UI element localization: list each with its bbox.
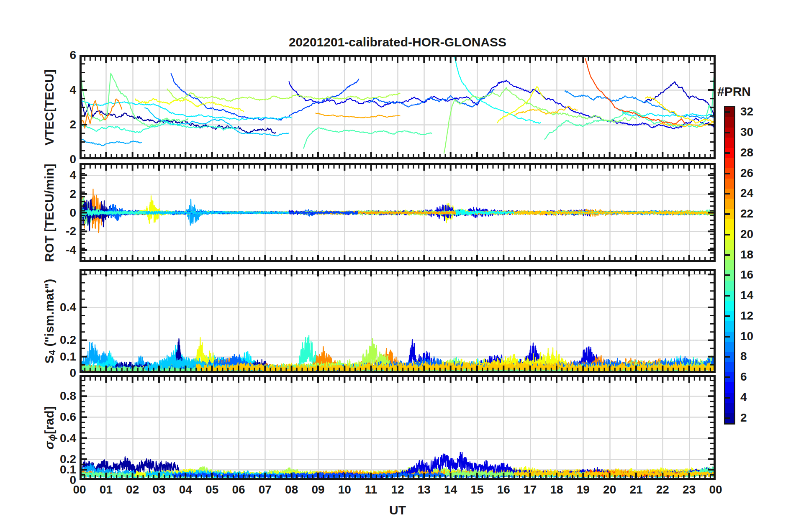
colorbar-tick-label: 28 — [740, 146, 770, 159]
colorbar-tick — [725, 213, 730, 215]
colorbar-tick-label: 10 — [740, 330, 770, 343]
colorbar-tick-label: 20 — [740, 228, 770, 240]
colorbar-tick — [725, 397, 730, 399]
y-tick-label: 4 — [0, 169, 76, 182]
x-tick-label: 00 — [699, 483, 732, 496]
y-tick-label: 0.2 — [0, 453, 76, 466]
y-tick-label: 0 — [0, 153, 76, 166]
colorbar-tick — [725, 173, 730, 174]
y-tick-label: 0.4 — [0, 432, 76, 445]
y-tick-label: 0.6 — [0, 411, 76, 423]
y-tick-label: 2 — [0, 188, 76, 200]
colorbar-tick — [725, 152, 730, 154]
y-tick-label: 0.1 — [0, 350, 76, 363]
colorbar-tick-label: 12 — [740, 309, 770, 322]
y-tick-label: 6 — [0, 49, 76, 61]
colorbar-tick-label: 14 — [740, 289, 770, 302]
colorbar-tick — [725, 315, 730, 317]
rot-panel-plot — [80, 163, 716, 262]
y-tick-label: 2 — [0, 118, 76, 131]
colorbar-tick-label: 6 — [740, 371, 770, 383]
colorbar-tick-label: 4 — [740, 391, 770, 404]
colorbar-tick-label: 18 — [740, 248, 770, 261]
colorbar-tick — [725, 111, 730, 113]
colorbar-tick-label: 8 — [740, 350, 770, 363]
colorbar-tick — [725, 132, 730, 133]
colorbar-tick — [725, 336, 730, 338]
s4-panel-plot — [80, 269, 716, 373]
colorbar-tick-label: 24 — [740, 187, 770, 200]
colorbar-tick-label: 30 — [740, 126, 770, 138]
y-tick-label: 0.2 — [0, 334, 76, 346]
y-tick-label: 4 — [0, 84, 76, 96]
colorbar-tick-label: 16 — [740, 269, 770, 281]
figure-20201201-calibrated-hor-glonass: 20201201-calibrated-HOR-GLONASS VTEC[TEC… — [0, 0, 796, 532]
colorbar-tick — [725, 193, 730, 194]
y-tick-label: 0 — [0, 207, 76, 219]
colorbar-tick — [725, 356, 730, 358]
colorbar-tick-label: 2 — [740, 412, 770, 424]
y-tick-label: -2 — [0, 225, 76, 238]
y-tick-label: 0.8 — [0, 390, 76, 402]
chart-title: 20201201-calibrated-HOR-GLONASS — [80, 35, 716, 49]
colorbar-tick-label: 32 — [740, 105, 770, 118]
colorbar-tick — [725, 274, 730, 276]
y-tick-label: 0.4 — [0, 301, 76, 314]
y-tick-label: 0 — [0, 367, 76, 379]
colorbar-title: #PRN — [717, 84, 768, 99]
sigma-phi-panel-plot — [80, 375, 716, 480]
y-tick-label: -4 — [0, 244, 76, 256]
vtec-panel-plot — [80, 55, 716, 159]
colorbar-tick — [725, 295, 730, 297]
colorbar-tick — [725, 376, 730, 378]
colorbar-tick — [725, 254, 730, 256]
x-axis-label: UT — [80, 503, 716, 517]
colorbar-tick-label: 22 — [740, 207, 770, 220]
colorbar-tick — [725, 234, 730, 235]
colorbar-tick-label: 26 — [740, 167, 770, 179]
colorbar-tick — [725, 417, 730, 419]
colorbar — [724, 106, 735, 425]
